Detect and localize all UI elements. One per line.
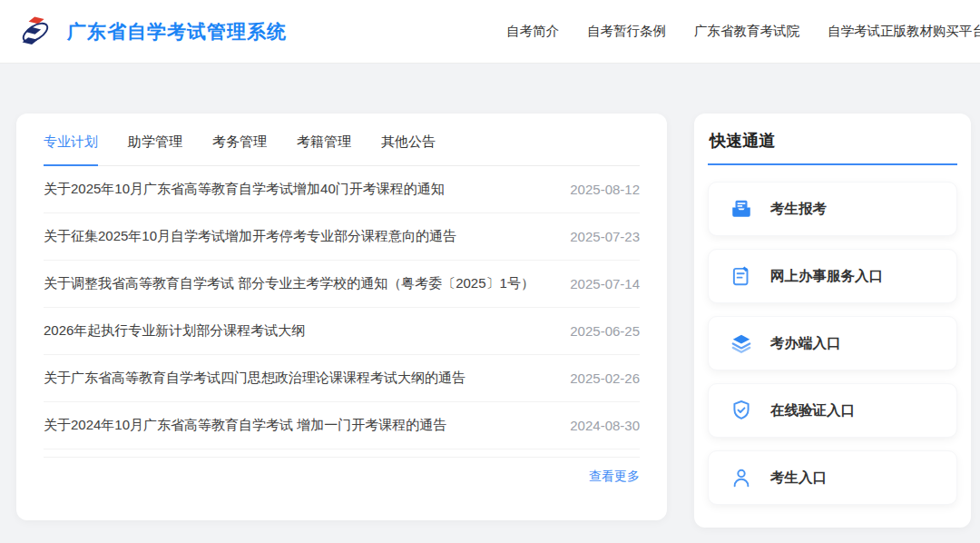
page-title: 广东省自学考试管理系统	[67, 19, 287, 44]
notice-list: 关于2025年10月广东省高等教育自学考试增加40门开考课程的通知 2025-0…	[44, 166, 640, 449]
nav-link-textbook-platform[interactable]: 自学考试正版教材购买平台	[828, 23, 980, 40]
layers-icon	[730, 331, 753, 355]
notice-date: 2025-07-23	[570, 229, 640, 244]
notice-date: 2025-07-14	[570, 276, 640, 291]
tab-study-support[interactable]: 助学管理	[128, 133, 182, 166]
quick-link-candidate-register[interactable]: 考生报考	[708, 182, 957, 236]
notice-title[interactable]: 关于征集2025年10月自学考试增加开考停考专业部分课程意向的通告	[44, 228, 456, 245]
quick-link-candidate-portal[interactable]: 考生入口	[708, 450, 957, 505]
tab-other-notices[interactable]: 其他公告	[381, 133, 436, 166]
notice-title[interactable]: 关于2025年10月广东省高等教育自学考试增加40门开考课程的通知	[44, 181, 445, 198]
notice-panel: 专业计划 助学管理 考务管理 考籍管理 其他公告 关于2025年10月广东省高等…	[16, 114, 667, 520]
list-item[interactable]: 关于征集2025年10月自学考试增加开考停考专业部分课程意向的通告 2025-0…	[44, 213, 640, 261]
notice-tabs: 专业计划 助学管理 考务管理 考籍管理 其他公告	[44, 114, 640, 166]
notice-footer: 查看更多	[44, 458, 640, 496]
inbox-icon	[730, 197, 753, 221]
nav-link-provisional-rules[interactable]: 自考暂行条例	[587, 23, 666, 40]
quick-link-label: 网上办事服务入口	[770, 267, 883, 286]
quick-link-label: 在线验证入口	[770, 401, 855, 420]
view-more-link[interactable]: 查看更多	[589, 469, 640, 485]
notice-title[interactable]: 2026年起执行专业新计划部分课程考试大纲	[44, 322, 305, 340]
header: 广东省自学考试管理系统 自考简介 自考暂行条例 广东省教育考试院 自学考试正版教…	[0, 0, 980, 63]
quick-link-online-verification[interactable]: 在线验证入口	[708, 383, 957, 438]
list-item[interactable]: 关于广东省高等教育自学考试四门思想政治理论课课程考试大纲的通告 2025-02-…	[44, 355, 640, 402]
gdzk-logo-icon	[16, 13, 54, 51]
list-item[interactable]: 关于调整我省高等教育自学考试 部分专业主考学校的通知（粤考委〔2025〕1号） …	[44, 261, 640, 308]
shield-check-icon	[730, 399, 753, 422]
document-edit-icon	[730, 264, 753, 288]
top-nav: 自考简介 自考暂行条例 广东省教育考试院 自学考试正版教材购买平台	[506, 23, 980, 40]
quick-link-office-portal[interactable]: 考办端入口	[708, 316, 957, 370]
notice-title[interactable]: 关于调整我省高等教育自学考试 部分专业主考学校的通知（粤考委〔2025〕1号）	[44, 275, 534, 292]
quick-links: 考生报考 网上办事服务入口 考办端入口	[708, 182, 957, 505]
notice-date: 2025-06-25	[570, 323, 640, 339]
quick-link-label: 考生报考	[770, 200, 827, 219]
tab-exam-records[interactable]: 考籍管理	[297, 133, 351, 166]
notice-title[interactable]: 关于广东省高等教育自学考试四门思想政治理论课课程考试大纲的通告	[44, 370, 466, 387]
tab-exam-affairs[interactable]: 考务管理	[212, 133, 267, 166]
notice-date: 2025-02-26	[570, 370, 640, 386]
list-item[interactable]: 关于2024年10月广东省高等教育自学考试 增加一门开考课程的通告 2024-0…	[44, 402, 640, 449]
tab-major-plan[interactable]: 专业计划	[44, 133, 98, 166]
quick-channel-panel: 快速通道 考生报考 网上办事服务入口	[694, 114, 971, 528]
notice-title[interactable]: 关于2024年10月广东省高等教育自学考试 增加一门开考课程的通告	[44, 417, 446, 434]
quick-link-label: 考办端入口	[770, 334, 841, 353]
nav-link-zikao-intro[interactable]: 自考简介	[506, 23, 559, 40]
notice-date: 2024-08-30	[570, 418, 640, 433]
brand[interactable]: 广东省自学考试管理系统	[16, 13, 287, 51]
user-icon	[730, 466, 753, 489]
list-item[interactable]: 关于2025年10月广东省高等教育自学考试增加40门开考课程的通知 2025-0…	[44, 166, 640, 213]
quick-link-online-service[interactable]: 网上办事服务入口	[708, 249, 957, 303]
notice-date: 2025-08-12	[570, 182, 640, 197]
quick-channel-title: 快速通道	[708, 114, 957, 165]
list-item[interactable]: 2026年起执行专业新计划部分课程考试大纲 2025-06-25	[44, 308, 640, 355]
nav-link-education-exam-institute[interactable]: 广东省教育考试院	[694, 23, 799, 40]
quick-link-label: 考生入口	[770, 469, 827, 488]
